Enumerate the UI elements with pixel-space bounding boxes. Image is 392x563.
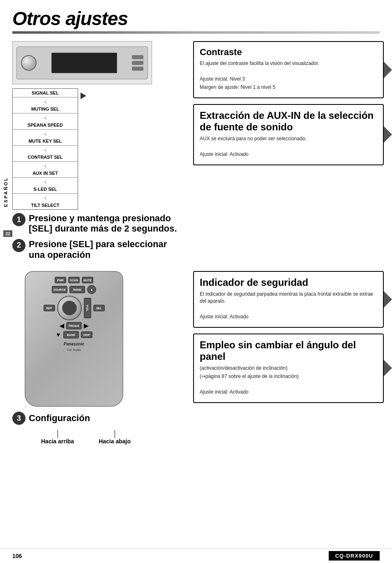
empleo-title: Empleo sin cambiar el ángulo del panel bbox=[200, 339, 377, 362]
menu-section-arrow bbox=[81, 93, 86, 99]
step2-circle: 2 bbox=[12, 239, 25, 252]
device-display bbox=[51, 53, 117, 73]
step1-text: Presione y mantenga presionado [SEL] dur… bbox=[29, 213, 185, 234]
menu-arrow-2: ↓ bbox=[13, 114, 78, 120]
device-inner bbox=[16, 46, 148, 79]
contraste-body3: Margen de ajuste: Nivel 1 a nivel 5 bbox=[200, 84, 377, 91]
extraccion-box: Extracción de AUX-IN de la selección de … bbox=[193, 104, 384, 165]
contraste-body: El ajuste del contraste facilita la visi… bbox=[200, 60, 377, 91]
menu-arrow-7: ↓ bbox=[13, 194, 78, 201]
menu-arrow-4: ↓ bbox=[13, 146, 78, 153]
extraccion-body1: AUX se excluirá para no poder ser selecc… bbox=[200, 135, 377, 142]
menu-list: SIGNAL SEL ↓ MUTING SEL ↓ SPEANA SPEED ↓… bbox=[12, 88, 78, 210]
device-btn-1 bbox=[132, 55, 143, 59]
remote-left-arrow[interactable]: ◀ bbox=[60, 322, 64, 329]
remote-row2: SOURCE RAND ▲ bbox=[29, 285, 119, 294]
remote-subtext: Car Audio bbox=[67, 348, 81, 352]
remote-pwr-btn[interactable]: PWR bbox=[55, 277, 66, 283]
down-line bbox=[115, 430, 115, 438]
step2-section: 2 Presione [SEL] para seleccionar una op… bbox=[12, 239, 185, 261]
remote-brand: Panasonic bbox=[64, 342, 84, 346]
menu-item-mute-key-sel: MUTE KEY SEL bbox=[13, 137, 78, 146]
contraste-body2: Ajuste inicial: Nivel 3 bbox=[200, 76, 377, 83]
remote-rand-btn[interactable]: RAND bbox=[69, 286, 85, 293]
page-footer: 106 CQ-DRX900U bbox=[0, 548, 392, 563]
step2-text: Presione [SEL] para seleccionar una oper… bbox=[29, 239, 185, 261]
sidebar-label: ESPAÑOL bbox=[3, 177, 8, 207]
remote-vol-btn[interactable]: VOL bbox=[84, 298, 91, 318]
contraste-title: Contraste bbox=[200, 47, 377, 58]
empleo-body2: (⇒página 87 sobre el ajuste de la inclin… bbox=[200, 373, 377, 380]
remote-prog-btn[interactable]: PROG/# bbox=[66, 322, 82, 329]
remote-disp-btn[interactable]: DISP bbox=[81, 331, 92, 338]
extraccion-body2: Ajuste inicial: Activado bbox=[200, 151, 377, 158]
extraccion-title: Extracción de AUX-IN de la selección de … bbox=[200, 110, 377, 133]
arrows-container: Hacia arriba Hacia abajo bbox=[41, 430, 131, 445]
empleo-body1: (activación/desactivación de inclinación… bbox=[200, 365, 377, 372]
sidebar-text: ESPAÑOL bbox=[3, 177, 8, 207]
contraste-body1: El ajuste del contraste facilita la visi… bbox=[200, 60, 377, 67]
remote-sel-btn[interactable]: SEL bbox=[93, 305, 105, 311]
up-label: Hacia arriba bbox=[41, 438, 74, 445]
device-knob bbox=[21, 55, 37, 71]
empleo-box: Empleo sin cambiar el ángulo del panel (… bbox=[193, 334, 384, 403]
remote-center-inner bbox=[62, 301, 77, 315]
footer-model: CQ-DRX900U bbox=[329, 551, 380, 561]
menu-arrow-5: ↓ bbox=[13, 162, 78, 169]
menu-list-box: SIGNAL SEL ↓ MUTING SEL ↓ SPEANA SPEED ↓… bbox=[12, 88, 78, 210]
step1-circle: 1 bbox=[12, 213, 25, 226]
arrow-right-icon bbox=[81, 93, 86, 99]
footer-page-number: 106 bbox=[12, 553, 22, 559]
down-arrow-container: Hacia abajo bbox=[99, 430, 131, 445]
extraccion-body: AUX se excluirá para no poder ser selecc… bbox=[200, 135, 377, 158]
remote-source-btn[interactable]: SOURCE bbox=[52, 286, 67, 293]
extraccion-arrow-icon bbox=[384, 126, 392, 143]
remote-rep-btn[interactable]: REP bbox=[44, 305, 55, 311]
down-label: Hacia abajo bbox=[99, 438, 131, 445]
remote-section: PWR SCAN MUTE SOURCE RAND ▲ REP VOL SEL bbox=[12, 271, 185, 445]
header-divider bbox=[12, 31, 380, 34]
device-btn-2 bbox=[132, 61, 143, 65]
up-line bbox=[58, 430, 58, 438]
remote-scan-btn[interactable]: SCAN bbox=[68, 277, 80, 283]
menu-item-signal-sel: SIGNAL SEL bbox=[13, 89, 78, 97]
device-image bbox=[12, 41, 152, 84]
menu-arrow-1: ↓ bbox=[13, 98, 78, 104]
empleo-body3: Ajuste inicial: Activado bbox=[200, 389, 377, 396]
lower-section: PWR SCAN MUTE SOURCE RAND ▲ REP VOL SEL bbox=[0, 271, 392, 445]
indicador-body: El indicador de seguridad parpadea mient… bbox=[200, 291, 377, 320]
remote-brand-row: Panasonic bbox=[64, 342, 84, 346]
empleo-arrow-icon bbox=[384, 360, 392, 376]
remote-band-btn[interactable]: BAND bbox=[63, 331, 79, 338]
step3-circle: 3 bbox=[12, 412, 25, 425]
indicador-arrow-icon bbox=[384, 291, 392, 308]
menu-section: SIGNAL SEL ↓ MUTING SEL ↓ SPEANA SPEED ↓… bbox=[12, 88, 185, 210]
contraste-arrow-icon bbox=[384, 62, 392, 78]
remote-right-arrow[interactable]: ▶ bbox=[84, 322, 88, 329]
menu-arrow-3: ↓ bbox=[13, 130, 78, 137]
remote-row4: ◀ PROG/# ▶ bbox=[29, 322, 119, 329]
menu-item-aux-in-set: AUX IN SET bbox=[13, 169, 78, 178]
device-buttons bbox=[132, 55, 143, 71]
device-btn-3 bbox=[132, 67, 143, 71]
up-arrow-container: Hacia arriba bbox=[41, 430, 74, 445]
remote-control: PWR SCAN MUTE SOURCE RAND ▲ REP VOL SEL bbox=[25, 271, 123, 407]
left-column: SIGNAL SEL ↓ MUTING SEL ↓ SPEANA SPEED ↓… bbox=[12, 41, 185, 267]
sidebar-page-number: 22 bbox=[3, 230, 12, 237]
menu-item-contrast-sel: CONTRAST SEL bbox=[13, 153, 78, 162]
menu-item-tilt-select: TILT SELECT bbox=[13, 201, 78, 209]
menu-item-speana-speed: SPEANA SPEED bbox=[13, 121, 78, 130]
contraste-box: Contraste El ajuste del contraste facili… bbox=[193, 41, 384, 98]
remote-down-arrow[interactable]: ▼ bbox=[55, 331, 61, 338]
empleo-body: (activación/desactivación de inclinación… bbox=[200, 365, 377, 396]
page-header: Otros ajustes bbox=[0, 0, 392, 34]
remote-mute-btn[interactable]: MUTE bbox=[82, 277, 93, 283]
step1-section: 1 Presione y mantenga presionado [SEL] d… bbox=[12, 213, 185, 234]
remote-top-row: PWR SCAN MUTE bbox=[29, 277, 119, 283]
step3-text: Configuración bbox=[29, 413, 90, 424]
remote-row3: REP VOL SEL bbox=[29, 296, 119, 320]
remote-center-ring[interactable] bbox=[57, 296, 82, 320]
remote-row5: ▼ BAND DISP bbox=[29, 331, 119, 338]
step3-section: 3 Configuración bbox=[12, 412, 90, 425]
remote-up-btn[interactable]: ▲ bbox=[87, 285, 96, 294]
